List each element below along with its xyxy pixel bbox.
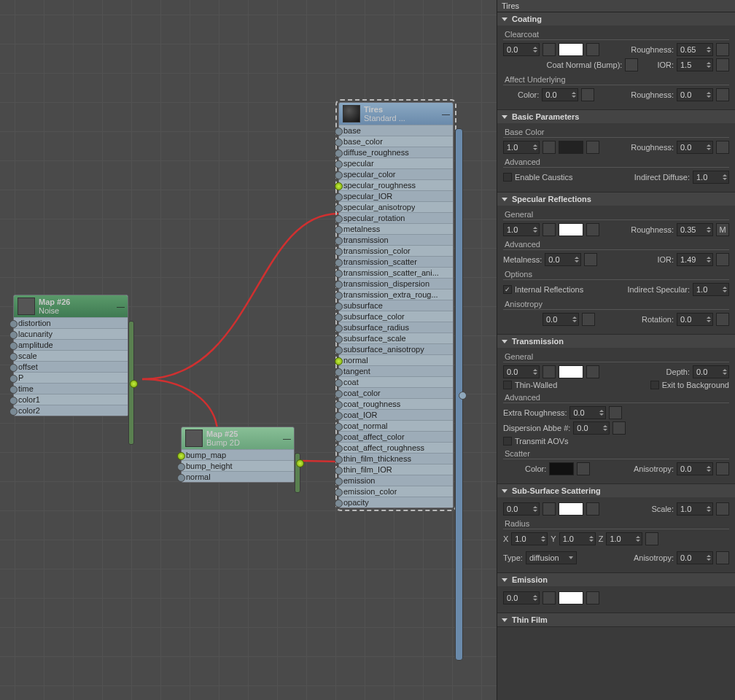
section-header[interactable]: Coating (497, 12, 735, 26)
section-header[interactable]: Sub-Surface Scattering (497, 484, 735, 497)
minimize-icon[interactable]: — (442, 109, 449, 118)
enable-caustics-check[interactable] (503, 173, 512, 182)
node-graph[interactable]: Map #26Noise — distortionlacunarityampli… (0, 0, 497, 700)
slot-bump_height[interactable]: bump_height (182, 460, 294, 471)
input-port[interactable] (335, 499, 343, 508)
input-port[interactable] (335, 445, 343, 453)
map-button[interactable] (716, 88, 729, 101)
slot-specular[interactable]: specular (339, 158, 453, 168)
radius-z-spin[interactable] (606, 532, 642, 545)
section-header[interactable]: Thin Film (497, 613, 735, 626)
map-button[interactable] (716, 502, 729, 516)
sss-weight-spin[interactable] (503, 502, 540, 516)
section-header[interactable]: Emission (497, 573, 735, 586)
roughness-spin[interactable] (677, 43, 713, 56)
map-button[interactable] (716, 313, 729, 326)
slot-opacity[interactable]: opacity (339, 497, 453, 508)
rotation-spin[interactable] (677, 313, 713, 326)
map-button[interactable] (577, 462, 590, 475)
slot-bump_map[interactable]: bump_map (182, 449, 294, 460)
slot-coat_affect_roughness[interactable]: coat_affect_roughness (339, 442, 453, 453)
slot-offset[interactable]: offset (14, 361, 128, 372)
emission-weight-spin[interactable] (503, 591, 540, 604)
output-port[interactable] (130, 380, 138, 388)
slot-transmission[interactable]: transmission (339, 234, 453, 245)
node-tires[interactable]: TiresStandard ... — basebase_colordiffus… (338, 102, 454, 508)
map-button[interactable] (645, 532, 658, 545)
output-port[interactable] (296, 459, 304, 467)
abbe-spin[interactable] (573, 421, 610, 435)
input-port[interactable] (335, 390, 343, 398)
slot-thin_film_IOR[interactable]: thin_film_IOR (339, 464, 453, 475)
sss-scale-spin[interactable] (677, 502, 713, 516)
slot-metalness[interactable]: metalness (339, 223, 453, 234)
section-header[interactable]: Basic Parameters (497, 110, 735, 123)
transmit-aovs-check[interactable] (503, 437, 512, 446)
section-header[interactable]: Specular Reflections (497, 192, 735, 206)
clearcoat-swatch[interactable] (559, 43, 583, 56)
scatter-aniso-spin[interactable] (677, 462, 713, 475)
map-button[interactable] (584, 253, 597, 266)
slot-specular_anisotropy[interactable]: specular_anisotropy (339, 201, 453, 212)
slot-coat[interactable]: coat (339, 376, 453, 387)
specular-swatch[interactable] (559, 223, 583, 236)
input-port[interactable] (335, 193, 343, 201)
output-port[interactable] (459, 392, 467, 400)
slot-transmission_dispersion[interactable]: transmission_dispersion (339, 278, 453, 289)
input-port[interactable] (335, 139, 343, 147)
input-port[interactable] (335, 346, 343, 354)
map-button[interactable] (542, 502, 556, 516)
slot-transmission_scatter[interactable]: transmission_scatter (339, 256, 453, 267)
slot-P[interactable]: P (14, 372, 128, 383)
map-button[interactable] (542, 43, 556, 56)
slot-subsurface_color[interactable]: subsurface_color (339, 311, 453, 322)
input-port[interactable] (335, 160, 343, 168)
affect-rough-spin[interactable] (677, 88, 713, 101)
indirect-diffuse-spin[interactable] (693, 171, 729, 184)
slot-tangent[interactable]: tangent (339, 365, 453, 376)
map-button[interactable] (716, 141, 729, 154)
slot-subsurface_scale[interactable]: subsurface_scale (339, 332, 453, 343)
anisotropy-spin[interactable] (542, 313, 579, 326)
slot-transmission_scatter_ani...[interactable]: transmission_scatter_ani... (339, 267, 453, 278)
ior-spin[interactable] (677, 253, 713, 266)
input-port[interactable] (335, 237, 343, 245)
map-button[interactable] (716, 253, 729, 266)
slot-coat_roughness[interactable]: coat_roughness (339, 398, 453, 409)
input-port[interactable] (335, 182, 343, 190)
map-button[interactable] (586, 591, 599, 604)
transmission-weight-spin[interactable] (503, 365, 540, 378)
radius-x-spin[interactable] (511, 532, 548, 545)
properties-panel[interactable]: Tires Coating Clearcoat Roughness: Coat … (497, 0, 735, 700)
slot-specular_color[interactable]: specular_color (339, 168, 453, 179)
input-port[interactable] (335, 467, 343, 475)
input-port[interactable] (335, 248, 343, 256)
depth-spin[interactable] (693, 365, 729, 378)
input-port[interactable] (335, 489, 343, 497)
sss-swatch[interactable] (559, 502, 583, 516)
slot-normal[interactable]: normal (182, 471, 294, 482)
scatter-swatch[interactable] (549, 462, 574, 475)
indirect-specular-spin[interactable] (693, 283, 729, 296)
input-port[interactable] (335, 324, 343, 332)
input-port[interactable] (335, 128, 343, 136)
metalness-spin[interactable] (545, 253, 581, 266)
slot-thin_film_thickness[interactable]: thin_film_thickness (339, 453, 453, 464)
map-button[interactable] (716, 58, 729, 71)
extra-rough-spin[interactable] (569, 406, 606, 419)
slot-specular_IOR[interactable]: specular_IOR (339, 190, 453, 201)
input-port[interactable] (9, 342, 18, 350)
specular-weight-spin[interactable] (503, 223, 540, 236)
minimize-icon[interactable]: — (283, 434, 290, 443)
slot-diffuse_roughness[interactable]: diffuse_roughness (339, 147, 453, 158)
input-port[interactable] (9, 408, 18, 416)
map-button[interactable] (586, 223, 599, 236)
map-button[interactable] (581, 88, 594, 101)
map-button[interactable] (582, 313, 595, 326)
slot-transmission_extra_roug...[interactable]: transmission_extra_roug... (339, 289, 453, 300)
slot-coat_IOR[interactable]: coat_IOR (339, 409, 453, 420)
input-port[interactable] (177, 463, 185, 471)
input-port[interactable] (335, 171, 343, 179)
slot-base_color[interactable]: base_color (339, 136, 453, 147)
input-port[interactable] (335, 401, 343, 409)
